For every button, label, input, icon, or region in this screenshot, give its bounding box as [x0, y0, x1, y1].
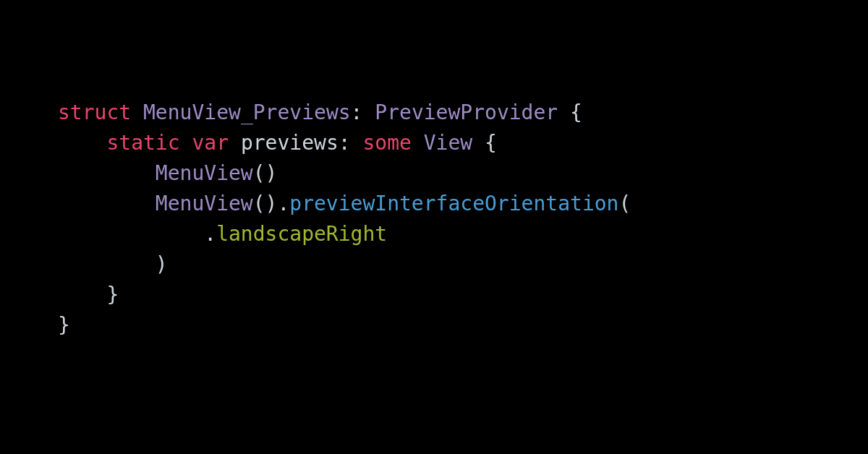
colon: :	[351, 100, 363, 124]
brace-open: {	[570, 100, 582, 124]
parens: ()	[253, 161, 278, 185]
brace-close: }	[106, 283, 119, 307]
type-call: MenuView	[156, 192, 253, 215]
paren-close: )	[156, 252, 168, 276]
property-name: previews	[241, 131, 339, 155]
keyword-some: some	[362, 131, 411, 155]
code-line-7: }	[58, 283, 119, 307]
brace-open: {	[485, 131, 497, 155]
type-view: View	[424, 131, 472, 155]
protocol-name: PreviewProvider	[375, 100, 558, 124]
dot: .	[204, 222, 216, 246]
type-name: MenuView_Previews	[143, 100, 351, 124]
code-line-6: )	[58, 252, 168, 276]
code-line-8: }	[58, 313, 70, 337]
paren-open: (	[618, 192, 631, 215]
code-line-1: struct MenuView_Previews: PreviewProvide…	[58, 100, 582, 124]
parens-dot: ().	[253, 192, 290, 215]
colon: :	[339, 131, 351, 155]
code-block: struct MenuView_Previews: PreviewProvide…	[0, 0, 868, 340]
keyword-struct: struct	[58, 100, 131, 124]
code-line-2: static var previews: some View {	[58, 131, 497, 155]
keyword-var: var	[192, 131, 229, 155]
method-call: previewInterfaceOrientation	[289, 192, 618, 215]
code-line-5: .landscapeRight	[58, 222, 387, 246]
code-line-4: MenuView().previewInterfaceOrientation(	[58, 192, 631, 215]
keyword-static: static	[106, 131, 179, 155]
type-call: MenuView	[156, 161, 253, 185]
enum-case: landscapeRight	[216, 222, 387, 246]
code-line-3: MenuView()	[58, 161, 277, 185]
brace-close: }	[58, 313, 70, 337]
